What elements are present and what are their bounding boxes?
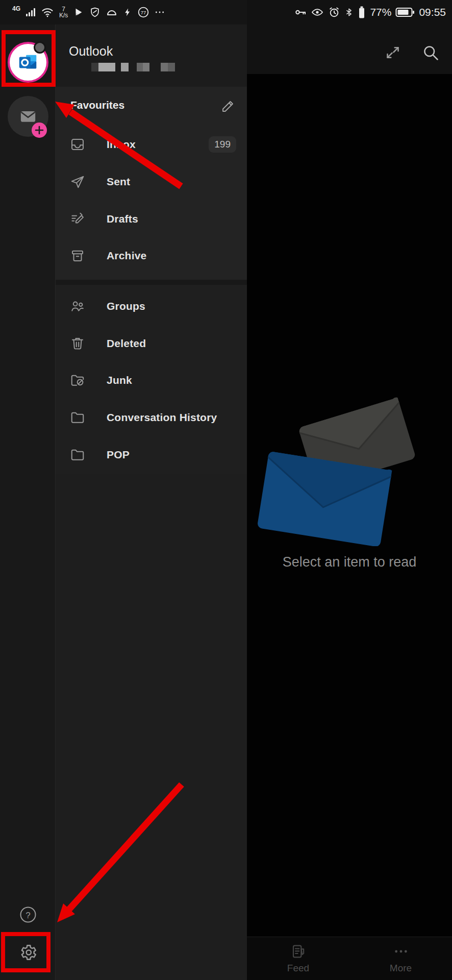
tab-feed[interactable]: Feed bbox=[247, 937, 349, 980]
folder-item-archive[interactable]: Archive bbox=[56, 237, 247, 274]
redacted-email-address bbox=[91, 63, 175, 71]
help-button[interactable]: ? bbox=[19, 905, 37, 924]
folder-label: Archive bbox=[107, 250, 146, 262]
folder-icon bbox=[70, 410, 85, 425]
signal-bars-icon bbox=[26, 7, 36, 17]
trash-icon bbox=[70, 336, 85, 351]
battery-percent-label: 77% bbox=[370, 6, 391, 18]
folder-label: Junk bbox=[107, 374, 132, 386]
folder-label: Groups bbox=[107, 300, 145, 312]
pencil-icon bbox=[220, 99, 236, 114]
folder-label: Conversation History bbox=[107, 411, 217, 424]
navigation-drawer: Outlook Favourites Inbox 199 Sent Drafts bbox=[55, 0, 247, 980]
lightning-icon bbox=[123, 7, 132, 18]
ellipsis-icon bbox=[155, 7, 165, 17]
folder-label: Deleted bbox=[107, 337, 146, 350]
unread-count-badge: 199 bbox=[209, 136, 236, 153]
tab-more[interactable]: More bbox=[349, 937, 452, 980]
status-bar-left: 4G 7 K/s 77 bbox=[12, 0, 165, 24]
folder-item-conversation-history[interactable]: Conversation History bbox=[56, 399, 247, 436]
wifi-icon bbox=[41, 7, 54, 18]
drafts-icon bbox=[70, 211, 85, 227]
section-divider bbox=[56, 280, 247, 285]
eye-icon bbox=[311, 6, 324, 18]
drawer-title: Outlook bbox=[69, 44, 113, 59]
search-icon[interactable] bbox=[421, 43, 440, 62]
clock-label: 09:55 bbox=[419, 6, 446, 18]
reading-pane bbox=[247, 0, 452, 980]
folder-item-groups[interactable]: Groups bbox=[56, 287, 247, 325]
shield-icon bbox=[89, 7, 101, 18]
edit-favourites-button[interactable] bbox=[218, 96, 238, 116]
bottom-navigation: Feed More bbox=[247, 937, 452, 980]
battery-vertical-icon bbox=[358, 6, 366, 19]
annotation-box-account-avatar bbox=[2, 30, 56, 87]
more-icon bbox=[393, 943, 409, 960]
outlook-app-screen: Outlook Favourites Inbox 199 Sent Drafts bbox=[0, 0, 452, 980]
network-type-label: 4G bbox=[12, 5, 20, 12]
svg-text:77: 77 bbox=[141, 10, 146, 15]
archive-icon bbox=[70, 248, 85, 263]
reading-pane-actions bbox=[247, 38, 452, 67]
envelopes-illustration bbox=[247, 378, 452, 546]
alarm-icon bbox=[328, 6, 340, 18]
folder-label: Sent bbox=[107, 176, 130, 188]
bluetooth-icon bbox=[344, 6, 354, 18]
account-rail bbox=[0, 0, 55, 980]
folder-item-drafts[interactable]: Drafts bbox=[56, 200, 247, 237]
feed-icon bbox=[290, 943, 307, 960]
folder-item-sent[interactable]: Sent bbox=[56, 163, 247, 200]
tab-label: Feed bbox=[287, 963, 309, 974]
key-icon bbox=[294, 6, 307, 18]
folder-label: Drafts bbox=[107, 213, 138, 225]
favourites-label: Favourites bbox=[70, 99, 124, 111]
junk-folder-icon bbox=[70, 373, 85, 388]
groups-icon bbox=[70, 299, 85, 314]
expand-icon[interactable] bbox=[384, 43, 402, 62]
folder-item-inbox[interactable]: Inbox 199 bbox=[56, 126, 247, 163]
battery-icon bbox=[395, 6, 415, 18]
network-speed: 7 K/s bbox=[59, 6, 68, 18]
folder-item-pop[interactable]: POP bbox=[56, 436, 247, 473]
sent-icon bbox=[70, 174, 85, 189]
status-bar-right: 77% 09:55 bbox=[294, 0, 446, 24]
folder-icon bbox=[70, 447, 85, 462]
folder-label: Inbox bbox=[107, 138, 136, 151]
dome-icon bbox=[106, 7, 118, 17]
folder-item-junk[interactable]: Junk bbox=[56, 361, 247, 399]
empty-state-text: Select an item to read bbox=[247, 554, 452, 570]
add-account-plus-icon bbox=[32, 122, 47, 138]
question-mark-glyph: ? bbox=[26, 911, 30, 920]
folder-label: POP bbox=[107, 449, 130, 461]
annotation-box-settings bbox=[1, 932, 51, 972]
counter-badge-icon: 77 bbox=[137, 6, 149, 18]
favourites-header: Favourites bbox=[56, 87, 247, 126]
tab-label: More bbox=[390, 963, 412, 974]
inbox-icon bbox=[70, 137, 85, 152]
folder-item-deleted[interactable]: Deleted bbox=[56, 325, 247, 362]
play-music-icon bbox=[73, 7, 84, 18]
